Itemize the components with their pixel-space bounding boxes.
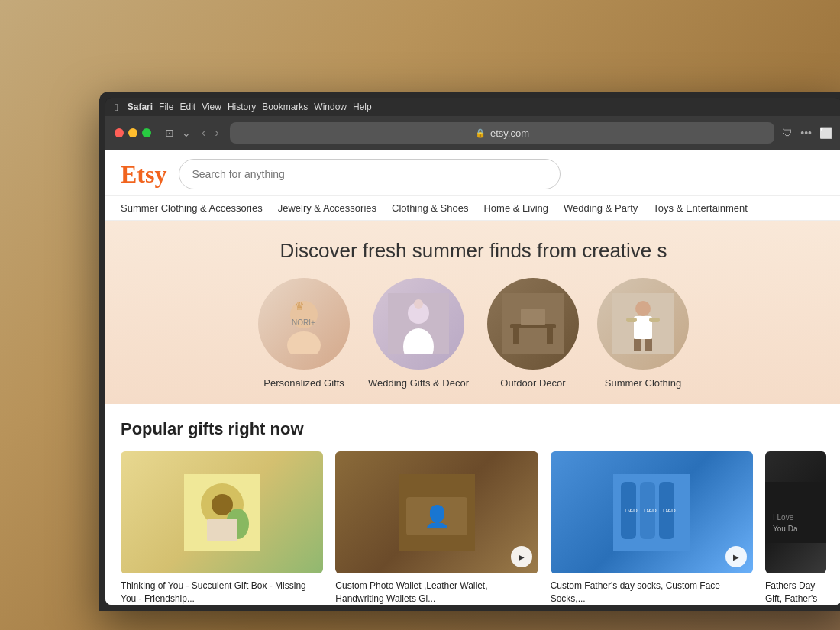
menu-window[interactable]: Window <box>314 102 347 112</box>
popular-section: Popular gifts right now <box>105 404 840 605</box>
traffic-lights <box>115 128 151 137</box>
menu-history[interactable]: History <box>228 102 256 112</box>
category-outdoor[interactable]: Outdoor Decor <box>487 278 579 389</box>
nav-item-clothing[interactable]: Clothing & Shoes <box>392 202 468 214</box>
category-circle-wedding <box>373 278 464 370</box>
etsy-nav: Summer Clothing & Accessories Jewelry & … <box>105 196 840 221</box>
svg-rect-24 <box>207 519 237 541</box>
svg-rect-19 <box>645 339 652 351</box>
nav-arrows: ‹ › <box>199 124 222 141</box>
product-card-succulent[interactable]: Thinking of You - Succulent Gift Box - M… <box>121 451 323 605</box>
category-summer[interactable]: Summer Clothing <box>597 278 689 389</box>
svg-text:You Da: You Da <box>773 525 798 533</box>
sidebar-toggle-icon[interactable]: ⊡ <box>165 127 174 139</box>
etsy-logo[interactable]: Etsy <box>121 160 166 189</box>
svg-text:👤: 👤 <box>423 504 450 529</box>
svg-point-22 <box>212 494 233 515</box>
category-circle-personalized: ♛ NORI+ <box>258 278 350 370</box>
etsy-page: Etsy Summer Clothing & Accessories Jewel… <box>105 150 840 605</box>
product-image-wallet: 👤 ▶ <box>335 451 538 573</box>
fathers-day-illustration: I Love You Da <box>765 482 826 543</box>
laptop-frame:  Safari File Edit View History Bookmark… <box>99 92 840 611</box>
svg-text:DAD: DAD <box>644 507 657 514</box>
menu-safari[interactable]: Safari <box>128 102 153 112</box>
product-image-fathers-day: I Love You Da <box>765 451 826 573</box>
menu-edit[interactable]: Edit <box>179 102 195 112</box>
nav-item-summer-clothing[interactable]: Summer Clothing & Accessories <box>121 202 263 214</box>
product-title-succulent: Thinking of You - Succulent Gift Box - M… <box>121 580 323 605</box>
hero-title: Discover fresh summer finds from creativ… <box>121 239 826 263</box>
svg-rect-10 <box>521 309 545 325</box>
svg-point-14 <box>635 301 651 316</box>
minimize-button[interactable] <box>128 128 137 137</box>
svg-rect-11 <box>513 328 519 344</box>
wallet-illustration: 👤 <box>399 474 475 551</box>
outdoor-icon <box>502 293 564 354</box>
back-button[interactable]: ‹ <box>199 124 208 141</box>
play-button-wallet[interactable]: ▶ <box>511 546 532 567</box>
category-label-personalized: Personalized Gifts <box>263 377 344 389</box>
etsy-hero: Discover fresh summer finds from creativ… <box>105 221 840 404</box>
svg-text:♛: ♛ <box>295 300 305 312</box>
etsy-search-input[interactable] <box>179 159 561 189</box>
macos-menubar:  Safari File Edit View History Bookmark… <box>105 98 840 116</box>
svg-text:DAD: DAD <box>663 507 676 514</box>
menu-view[interactable]: View <box>202 102 221 112</box>
safari-toolbar: ⊡ ⌄ ‹ › 🔒 etsy.com 🛡 ••• ⬜ <box>105 116 840 150</box>
svg-text:I Love: I Love <box>773 513 794 522</box>
toolbar-icons: 🛡 ••• ⬜ <box>782 127 832 139</box>
summer-clothing-icon <box>612 293 674 354</box>
address-bar[interactable]: 🔒 etsy.com <box>230 122 775 144</box>
play-button-socks[interactable]: ▶ <box>725 546 747 567</box>
succulent-illustration <box>184 474 260 551</box>
nav-item-home[interactable]: Home & Living <box>483 202 548 214</box>
product-card-socks[interactable]: DAD DAD DAD ▶ Custom Father's day socks,… <box>551 451 753 605</box>
category-circles: ♛ NORI+ Personalized Gifts <box>121 278 826 404</box>
nav-item-wedding[interactable]: Wedding & Party <box>564 202 638 214</box>
popular-title: Popular gifts right now <box>121 419 826 439</box>
category-label-outdoor: Outdoor Decor <box>500 377 565 389</box>
close-button[interactable] <box>115 128 124 137</box>
svg-rect-16 <box>626 318 637 322</box>
category-personalized-gifts[interactable]: ♛ NORI+ Personalized Gifts <box>258 278 350 389</box>
svg-point-1 <box>287 331 321 354</box>
category-circle-outdoor <box>487 278 579 370</box>
product-title-fathers-day: Fathers Day Gift, Father's Day Gi... <box>765 580 826 605</box>
svg-rect-35 <box>765 482 826 543</box>
svg-text:NORI+: NORI+ <box>292 318 315 327</box>
product-card-wallet[interactable]: 👤 ▶ Custom Photo Wallet ,Leather Wallet,… <box>335 451 538 605</box>
nav-item-jewelry[interactable]: Jewelry & Accessories <box>278 202 376 214</box>
svg-text:DAD: DAD <box>625 507 638 514</box>
category-wedding[interactable]: Wedding Gifts & Decor <box>368 278 469 389</box>
svg-rect-18 <box>634 339 641 351</box>
svg-rect-17 <box>649 318 660 322</box>
dots-icon[interactable]: ••• <box>800 127 812 139</box>
product-title-socks: Custom Father's day socks, Custom Face S… <box>551 580 753 605</box>
product-card-fathers-day[interactable]: I Love You Da Fathers Day Gift, Father's… <box>765 451 826 605</box>
menu-help[interactable]: Help <box>353 102 372 112</box>
url-display: etsy.com <box>490 128 529 139</box>
svg-rect-12 <box>547 328 553 344</box>
category-label-summer: Summer Clothing <box>605 377 681 389</box>
category-circle-summer <box>597 278 689 370</box>
personalized-icon: ♛ NORI+ <box>273 293 334 354</box>
chevron-down-icon[interactable]: ⌄ <box>182 127 191 139</box>
share-icon[interactable]: ⬜ <box>819 127 832 139</box>
product-title-wallet: Custom Photo Wallet ,Leather Wallet, Han… <box>335 580 538 605</box>
products-grid: Thinking of You - Succulent Gift Box - M… <box>121 451 826 605</box>
svg-point-7 <box>414 299 423 309</box>
forward-button[interactable]: › <box>212 124 221 141</box>
lock-icon: 🔒 <box>475 128 486 138</box>
nav-item-toys[interactable]: Toys & Entertainment <box>653 202 748 214</box>
category-label-wedding: Wedding Gifts & Decor <box>368 377 469 389</box>
menu-file[interactable]: File <box>159 102 173 112</box>
wedding-icon <box>388 293 449 354</box>
socks-illustration: DAD DAD DAD <box>613 474 690 551</box>
shield-icon[interactable]: 🛡 <box>782 127 793 139</box>
etsy-header: Etsy <box>105 150 840 196</box>
apple-logo-icon:  <box>115 102 118 113</box>
menu-bookmarks[interactable]: Bookmarks <box>262 102 308 112</box>
maximize-button[interactable] <box>142 128 151 137</box>
product-image-succulent <box>121 451 323 573</box>
product-image-socks: DAD DAD DAD ▶ <box>551 451 753 573</box>
